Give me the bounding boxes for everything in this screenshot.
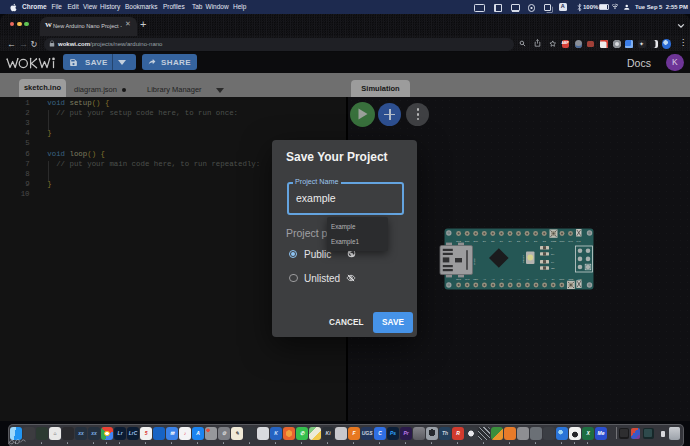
svg-text:D13: D13 (456, 278, 461, 281)
svg-text:RST: RST (559, 278, 564, 281)
svg-text:5V: 5V (552, 278, 555, 281)
svg-text:D12: D12 (456, 240, 461, 243)
svg-text:TX: TX (551, 261, 554, 264)
svg-text:GND: GND (568, 278, 574, 281)
svg-text:3V3: 3V3 (465, 278, 470, 281)
svg-text:D11: D11 (465, 240, 470, 243)
svg-text:RX0: RX0 (568, 240, 573, 243)
svg-text:ON: ON (551, 267, 555, 270)
svg-text:RX: RX (551, 253, 555, 256)
svg-text:RST: RST (560, 240, 565, 243)
svg-text:TX1: TX1 (576, 240, 581, 243)
svg-text:30102: 30102 (473, 258, 476, 265)
svg-text:REF: REF (473, 278, 478, 281)
svg-text:RESET: RESET (522, 254, 525, 263)
svg-text:VIN: VIN (578, 278, 582, 281)
svg-text:GND: GND (551, 240, 557, 243)
svg-text:D10: D10 (473, 240, 478, 243)
